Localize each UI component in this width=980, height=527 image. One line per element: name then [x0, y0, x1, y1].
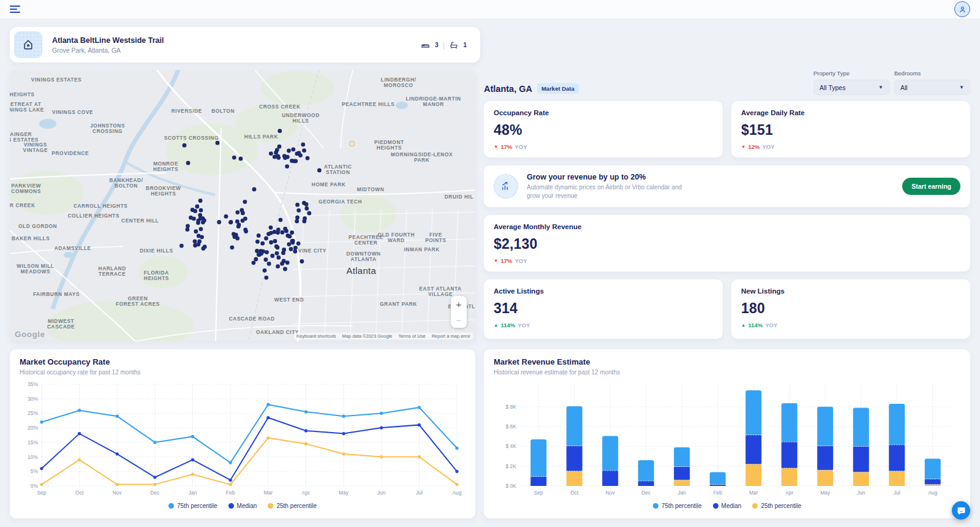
listing-marker[interactable]	[269, 240, 273, 245]
listing-marker[interactable]	[275, 251, 279, 256]
map-canvas[interactable]: VININGS ESTATESD HEIGHTSRETREAT ATVINING…	[10, 70, 475, 341]
listing-marker[interactable]	[288, 234, 292, 238]
listing-marker[interactable]	[303, 216, 307, 221]
listing-marker[interactable]	[197, 242, 201, 246]
listing-marker[interactable]	[195, 205, 200, 209]
listing-marker[interactable]	[202, 246, 206, 251]
listing-marker[interactable]	[199, 208, 203, 213]
listing-marker[interactable]	[276, 227, 281, 232]
listing-marker[interactable]	[283, 267, 287, 271]
listing-marker[interactable]	[229, 220, 233, 224]
listing-marker[interactable]	[273, 155, 277, 159]
listing-marker[interactable]	[275, 148, 279, 152]
listing-marker[interactable]	[273, 239, 277, 243]
listing-marker[interactable]	[287, 149, 291, 153]
listing-marker[interactable]	[263, 268, 267, 273]
listing-marker[interactable]	[235, 219, 239, 224]
property-card[interactable]: Atlanta BeltLine Westside Trail Grove Pa…	[10, 27, 480, 63]
listing-marker[interactable]	[296, 208, 301, 213]
listing-marker[interactable]	[235, 210, 239, 214]
listing-marker[interactable]	[285, 164, 289, 169]
property-type-select[interactable]: All Types ▼	[813, 80, 889, 95]
hamburger-menu-icon[interactable]	[10, 4, 21, 15]
bedrooms-select[interactable]: All ▼	[894, 80, 970, 95]
listing-marker[interactable]	[291, 147, 295, 151]
listing-marker[interactable]	[274, 245, 279, 249]
listing-marker[interactable]	[186, 224, 190, 228]
google-logo[interactable]: Google	[15, 330, 45, 339]
listing-marker[interactable]	[290, 239, 295, 243]
listing-marker[interactable]	[264, 276, 268, 280]
listing-marker[interactable]	[252, 188, 257, 192]
listing-marker[interactable]	[194, 229, 198, 233]
listing-marker[interactable]	[236, 224, 241, 229]
listing-marker[interactable]	[255, 249, 259, 253]
listing-marker[interactable]	[269, 226, 273, 230]
listing-marker[interactable]	[254, 257, 258, 262]
listing-marker[interactable]	[265, 250, 269, 254]
listing-marker[interactable]	[277, 145, 282, 149]
listing-marker[interactable]	[279, 218, 283, 222]
listing-marker[interactable]	[260, 241, 265, 246]
listing-marker[interactable]	[280, 262, 284, 266]
listing-marker[interactable]	[317, 169, 322, 173]
listing-marker[interactable]	[198, 213, 202, 218]
listing-marker[interactable]	[287, 242, 291, 246]
listing-marker[interactable]	[290, 230, 294, 235]
listing-marker[interactable]	[295, 203, 300, 207]
listing-marker[interactable]	[216, 141, 220, 145]
listing-marker[interactable]	[304, 207, 309, 211]
listing-marker[interactable]	[259, 251, 263, 256]
listing-marker[interactable]	[292, 159, 296, 164]
listing-marker[interactable]	[264, 237, 268, 241]
listing-marker[interactable]	[282, 248, 286, 252]
revenue-bar-chart[interactable]: SepOctNovDecJanFebMarAprMayJunJulAug$ 0K…	[494, 379, 960, 497]
keyboard-shortcuts-link[interactable]: Keyboard shortcuts	[296, 333, 336, 339]
listing-marker[interactable]	[200, 235, 204, 239]
listing-marker[interactable]	[183, 143, 187, 148]
listing-marker[interactable]	[301, 142, 305, 146]
listing-marker[interactable]	[243, 200, 247, 204]
listing-marker[interactable]	[241, 211, 245, 215]
listing-marker[interactable]	[295, 219, 299, 224]
listing-marker[interactable]	[281, 230, 285, 235]
listing-marker[interactable]	[252, 260, 256, 265]
listing-marker[interactable]	[193, 240, 197, 244]
listing-marker[interactable]	[285, 155, 290, 159]
listing-marker[interactable]	[306, 156, 310, 161]
listing-marker[interactable]	[302, 148, 306, 153]
listing-marker[interactable]	[179, 244, 184, 248]
zoom-out-button[interactable]: −	[456, 316, 462, 325]
listing-marker[interactable]	[277, 129, 282, 133]
listing-marker[interactable]	[264, 257, 268, 262]
listing-marker[interactable]	[300, 259, 304, 264]
zoom-in-button[interactable]: +	[456, 300, 462, 309]
listing-marker[interactable]	[293, 249, 297, 254]
listing-marker[interactable]	[239, 157, 243, 161]
listing-marker[interactable]	[277, 256, 281, 260]
listing-marker[interactable]	[293, 246, 298, 250]
listing-marker[interactable]	[302, 201, 306, 205]
listing-marker[interactable]	[217, 220, 221, 224]
listing-marker[interactable]	[270, 254, 274, 258]
listing-marker[interactable]	[224, 214, 228, 219]
chat-widget-button[interactable]	[952, 501, 970, 520]
listing-marker[interactable]	[267, 262, 271, 266]
listing-marker[interactable]	[243, 216, 247, 221]
listing-marker[interactable]	[257, 233, 261, 238]
listing-marker[interactable]	[276, 264, 280, 268]
listing-marker[interactable]	[255, 240, 260, 244]
listing-marker[interactable]	[202, 218, 206, 222]
start-earning-button[interactable]: Start earning	[902, 178, 960, 195]
listing-marker[interactable]	[193, 209, 197, 213]
listing-marker[interactable]	[189, 216, 193, 220]
listing-marker[interactable]	[199, 227, 203, 231]
user-avatar-button[interactable]	[954, 1, 970, 17]
listing-marker[interactable]	[285, 260, 290, 265]
map[interactable]: VININGS ESTATESD HEIGHTSRETREAT ATVINING…	[10, 70, 475, 341]
listing-marker[interactable]	[244, 229, 248, 233]
occupancy-line-chart[interactable]: SepOctNovDecJanFebMarAprMayJunJulAug0%5%…	[20, 379, 466, 497]
listing-marker[interactable]	[196, 221, 200, 225]
terms-link[interactable]: Terms of Use	[398, 333, 425, 339]
listing-marker[interactable]	[186, 161, 190, 165]
